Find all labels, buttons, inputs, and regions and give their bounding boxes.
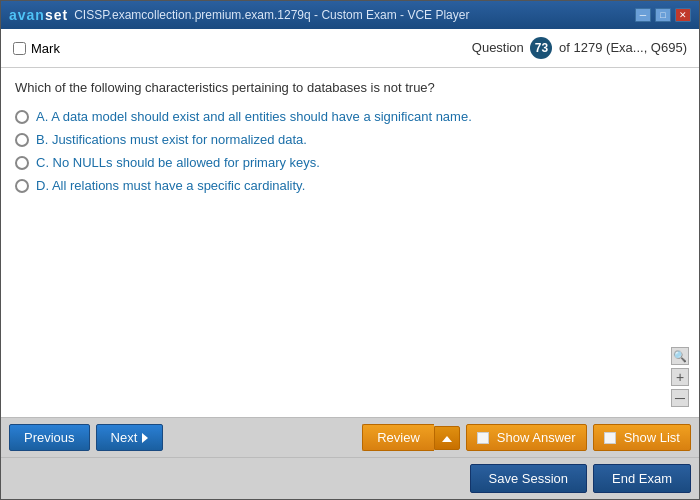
window-controls: ─ □ ✕: [635, 8, 691, 22]
radio-a[interactable]: [15, 110, 29, 124]
question-of-text: of 1279 (Exa..., Q695): [559, 40, 687, 55]
close-button[interactable]: ✕: [675, 8, 691, 22]
question-header: Mark Question 73 of 1279 (Exa..., Q695): [1, 29, 699, 68]
question-info: Question 73 of 1279 (Exa..., Q695): [472, 37, 687, 59]
maximize-button[interactable]: □: [655, 8, 671, 22]
option-d-label: D. All relations must have a specific ca…: [36, 178, 305, 193]
window-title: CISSP.examcollection.premium.exam.1279q …: [74, 8, 469, 22]
search-icon: 🔍: [671, 347, 689, 365]
nav-bar: Previous Next Review Show Answer: [1, 417, 699, 457]
end-exam-button[interactable]: End Exam: [593, 464, 691, 493]
previous-label: Previous: [24, 430, 75, 445]
question-number: 73: [530, 37, 552, 59]
show-list-label: Show List: [624, 430, 680, 445]
save-session-button[interactable]: Save Session: [470, 464, 588, 493]
previous-button[interactable]: Previous: [9, 424, 90, 451]
zoom-out-button[interactable]: ─: [671, 389, 689, 407]
mark-checkbox[interactable]: [13, 42, 26, 55]
review-split-button: Review: [362, 424, 460, 451]
review-label: Review: [377, 430, 420, 445]
title-bar: avanset CISSP.examcollection.premium.exa…: [1, 1, 699, 29]
zoom-controls: 🔍 + ─: [671, 347, 689, 407]
title-bar-left: avanset CISSP.examcollection.premium.exa…: [9, 7, 469, 23]
review-chevron-icon: [442, 436, 452, 442]
show-list-button[interactable]: Show List: [593, 424, 691, 451]
end-exam-label: End Exam: [612, 471, 672, 486]
option-b-label: B. Justifications must exist for normali…: [36, 132, 307, 147]
show-answer-checkbox-icon: [477, 432, 489, 444]
save-session-label: Save Session: [489, 471, 569, 486]
content-area: Mark Question 73 of 1279 (Exa..., Q695) …: [1, 29, 699, 499]
next-label: Next: [111, 430, 138, 445]
next-button[interactable]: Next: [96, 424, 164, 451]
show-answer-button[interactable]: Show Answer: [466, 424, 587, 451]
review-button[interactable]: Review: [362, 424, 434, 451]
question-body: Which of the following characteristics p…: [1, 68, 699, 417]
zoom-in-button[interactable]: +: [671, 368, 689, 386]
answer-option-d[interactable]: D. All relations must have a specific ca…: [15, 178, 685, 193]
radio-c[interactable]: [15, 156, 29, 170]
question-text: Which of the following characteristics p…: [15, 80, 685, 95]
mark-checkbox-container: Mark: [13, 41, 60, 56]
option-c-label: C. No NULLs should be allowed for primar…: [36, 155, 320, 170]
minimize-button[interactable]: ─: [635, 8, 651, 22]
answer-option-c[interactable]: C. No NULLs should be allowed for primar…: [15, 155, 685, 170]
next-chevron-icon: [142, 433, 148, 443]
answer-option-a[interactable]: A. A data model should exist and all ent…: [15, 109, 685, 124]
radio-b[interactable]: [15, 133, 29, 147]
action-bar: Save Session End Exam: [1, 457, 699, 499]
option-a-label: A. A data model should exist and all ent…: [36, 109, 472, 124]
show-list-checkbox-icon: [604, 432, 616, 444]
app-window: avanset CISSP.examcollection.premium.exa…: [0, 0, 700, 500]
show-answer-label: Show Answer: [497, 430, 576, 445]
app-logo: avanset: [9, 7, 68, 23]
review-dropdown-button[interactable]: [434, 426, 460, 450]
mark-label: Mark: [31, 41, 60, 56]
answer-option-b[interactable]: B. Justifications must exist for normali…: [15, 132, 685, 147]
radio-d[interactable]: [15, 179, 29, 193]
question-word: Question: [472, 40, 524, 55]
